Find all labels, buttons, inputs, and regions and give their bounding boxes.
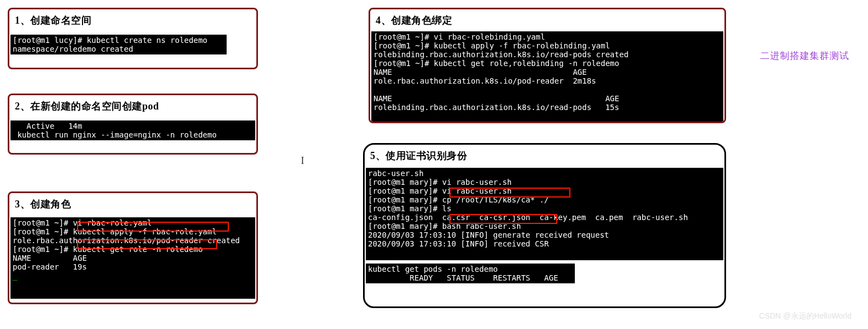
step-4-title: 4、创建角色绑定: [370, 9, 724, 30]
term-line: NAME AGE: [373, 68, 587, 76]
term-line: role.rbac.authorization.k8s.io/pod-reade…: [13, 236, 240, 245]
side-annotation: 二进制搭建集群测试: [760, 50, 849, 62]
term-line: [root@m1 lucy]# kubectl create ns rolede…: [13, 36, 207, 45]
term-line: rolebinding.rbac.authorization.k8s.io/re…: [373, 103, 619, 112]
term-line: [root@m1 ~]# vi rbac-role.yaml: [13, 218, 152, 227]
term-line: [root@m1 mary]# bash rabc-user.sh: [368, 222, 521, 231]
term-line: rabc-user.sh: [368, 169, 424, 178]
term-line: namespace/roledemo created: [13, 45, 133, 53]
term-line: pod-reader 19s: [13, 262, 87, 271]
terminal-c4: [root@m1 ~]# vi rbac-rolebinding.yaml [r…: [371, 31, 723, 123]
term-line: ca-config.json ca.csr ca-csr.json ca-key…: [368, 213, 688, 222]
term-line: READY STATUS RESTARTS AGE: [368, 273, 558, 282]
watermark: CSDN @永远的HelloWorld: [759, 311, 851, 321]
term-line: kubectl run nginx --image=nginx -n roled…: [13, 130, 217, 139]
term-line: [root@m1 mary]# ls: [368, 204, 452, 213]
term-line: 2020/09/03 17:03:10 [INFO] received CSR: [368, 239, 549, 248]
term-line: [root@m1 ~]# kubectl apply -f rbac-roleb…: [373, 41, 610, 50]
term-line: role.rbac.authorization.k8s.io/pod-reade…: [373, 76, 596, 85]
terminal-c3: [root@m1 ~]# vi rbac-role.yaml [root@m1 …: [10, 217, 255, 299]
terminal-c2: Active 14m kubectl run nginx --image=ngi…: [10, 120, 255, 140]
term-line: kubectl get pods -n roledemo: [368, 265, 498, 273]
term-line: [root@m1 ~]# kubectl apply -f rbac-role.…: [13, 227, 217, 236]
terminal-c5a: rabc-user.sh [root@m1 mary]# vi rabc-use…: [366, 168, 723, 260]
step-4-card: 4、创建角色绑定 [root@m1 ~]# vi rbac-rolebindin…: [369, 8, 726, 123]
step-3-title: 3、创建角色: [9, 193, 256, 214]
term-line: Active 14m: [13, 122, 82, 130]
step-1-title: 1、创建命名空间: [9, 9, 256, 30]
step-3-card: 3、创建角色 [root@m1 ~]# vi rbac-role.yaml [r…: [8, 191, 258, 304]
term-line: 2020/09/03 17:03:10 [INFO] generate rece…: [368, 231, 609, 239]
term-line: NAME AGE: [373, 94, 619, 103]
text-cursor-icon: I: [301, 155, 304, 167]
term-line: [root@m1 mary]# vi rabc-user.sh: [368, 187, 512, 195]
step-2-title: 2、在新创建的命名空间创建pod: [9, 95, 256, 116]
term-line: [root@m1 ~]# kubectl get role -n roledem…: [13, 245, 203, 254]
term-line: [root@m1 mary]# cp /root/TLS/k8s/ca* ./: [368, 195, 549, 204]
step-1-card: 1、创建命名空间 [root@m1 lucy]# kubectl create …: [8, 8, 258, 69]
term-cursor-icon: _: [13, 271, 17, 280]
term-line: [root@m1 ~]# vi rbac-rolebinding.yaml: [373, 32, 545, 41]
terminal-c1: [root@m1 lucy]# kubectl create ns rolede…: [10, 35, 227, 54]
term-line: [root@m1 mary]# vi rabc-user.sh: [368, 178, 512, 187]
term-line: NAME AGE: [13, 254, 87, 262]
term-line: rolebinding.rbac.authorization.k8s.io/re…: [373, 50, 629, 59]
terminal-c5b: kubectl get pods -n roledemo READY STATU…: [366, 264, 575, 283]
step-5-title: 5、使用证书识别身份: [365, 145, 724, 166]
term-line: [root@m1 ~]# kubectl get role,rolebindin…: [373, 59, 619, 68]
step-5-card: 5、使用证书识别身份 rabc-user.sh [root@m1 mary]# …: [363, 143, 726, 308]
step-2-card: 2、在新创建的命名空间创建pod Active 14m kubectl run …: [8, 94, 258, 155]
